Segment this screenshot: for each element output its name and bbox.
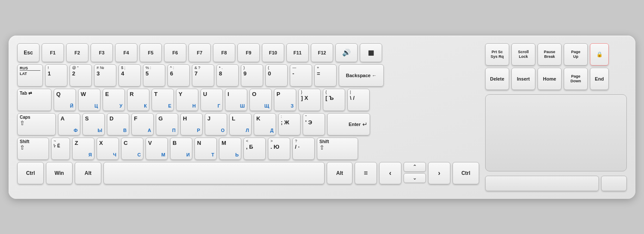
key-w[interactable]: W Ц xyxy=(78,89,100,111)
key-c[interactable]: C С xyxy=(121,138,143,160)
key-1[interactable]: ! 1 xyxy=(45,64,67,87)
key-p[interactable]: P З xyxy=(274,89,296,111)
key-arrow-down[interactable]: ⌄ xyxy=(404,173,426,183)
qwerty-row: Tab ⇄ Q Й W Ц E У R К T Е Y xyxy=(17,89,479,111)
key-f9[interactable]: F9 xyxy=(237,43,260,62)
key-f5[interactable]: F5 xyxy=(140,43,162,62)
key-period[interactable]: > . Ю xyxy=(268,138,290,160)
key-f2[interactable]: F2 xyxy=(66,43,88,62)
touchpad-left-button[interactable] xyxy=(485,176,599,191)
touchpad-right-button[interactable] xyxy=(601,176,627,191)
key-comma[interactable]: < , Б xyxy=(243,138,266,160)
touchpad[interactable] xyxy=(485,94,627,171)
key-8[interactable]: * . 8 xyxy=(216,64,239,87)
key-scroll-lock[interactable]: Scroll Lock xyxy=(511,43,535,66)
key-j[interactable]: J О xyxy=(205,113,227,135)
key-pause[interactable]: Pause Break xyxy=(538,43,562,66)
key-shift-right[interactable]: Shift ⇧ xyxy=(317,138,358,160)
key-shift-left[interactable]: Shift ⇧ xyxy=(17,138,49,160)
key-rbracket[interactable]: { [ Ъ xyxy=(323,89,345,111)
key-r[interactable]: R К xyxy=(127,89,149,111)
key-9[interactable]: ) 9 xyxy=(241,64,263,87)
key-f10[interactable]: F10 xyxy=(262,43,284,62)
key-arrow-left[interactable]: ‹ xyxy=(379,162,401,184)
key-f6[interactable]: F6 xyxy=(164,43,186,62)
key-space[interactable] xyxy=(103,162,325,184)
key-y[interactable]: Y Н xyxy=(176,89,198,111)
key-5[interactable]: % : 5 xyxy=(143,64,165,87)
key-esc[interactable]: Esc xyxy=(17,43,39,62)
key-ctrl-right[interactable]: Ctrl xyxy=(453,162,479,184)
key-f3[interactable]: F3 xyxy=(91,43,113,62)
key-f8[interactable]: F8 xyxy=(213,43,235,62)
key-quote[interactable]: " ' Э xyxy=(303,113,325,135)
key-b[interactable]: B И xyxy=(170,138,192,160)
key-k[interactable]: K Д xyxy=(254,113,276,135)
key-tab[interactable]: Tab ⇄ xyxy=(17,89,52,111)
key-o[interactable]: O Щ xyxy=(249,89,272,111)
key-tilde[interactable]: ~ \· Ё xyxy=(51,138,70,160)
key-ctrl-left[interactable]: Ctrl xyxy=(17,162,44,184)
key-prtsc[interactable]: Prt Sc Sys Rq xyxy=(485,43,509,66)
key-4[interactable]: $ ; 4 xyxy=(118,64,141,87)
key-l[interactable]: L Л xyxy=(229,113,252,135)
key-v[interactable]: V М xyxy=(146,138,168,160)
key-arrow-right[interactable]: › xyxy=(428,162,450,184)
key-f7[interactable]: F7 xyxy=(188,43,211,62)
key-f[interactable]: F А xyxy=(131,113,154,135)
key-s[interactable]: S Ы xyxy=(82,113,105,135)
key-minus[interactable]: — - xyxy=(290,64,312,87)
key-semicolon[interactable]: : ; Ж xyxy=(278,113,301,135)
key-arrow-up[interactable]: ⌃ xyxy=(404,162,426,172)
keyboard: Esc F1 F2 F3 F4 F5 F6 F7 xyxy=(9,36,635,199)
key-insert[interactable]: Insert xyxy=(511,68,535,90)
number-row: RUS LAT ! 1 @ " 2 # № 3 $ ; 4 % : 5 xyxy=(17,64,479,87)
key-f1[interactable]: F1 xyxy=(42,43,64,62)
key-enter[interactable]: Enter ↵ xyxy=(327,113,370,135)
key-x[interactable]: X Ч xyxy=(97,138,119,160)
key-win[interactable]: Win xyxy=(46,162,73,184)
asdf-row: Caps ⇧ A Ф S Ы D В F А G П xyxy=(17,113,479,135)
key-i[interactable]: I Ш xyxy=(225,89,247,111)
key-f12[interactable]: F12 xyxy=(311,43,333,62)
key-f4[interactable]: F4 xyxy=(115,43,137,62)
key-6[interactable]: ^ : 6 xyxy=(167,64,190,87)
key-lbracket[interactable]: } ] Х xyxy=(298,89,321,111)
key-home[interactable]: Home xyxy=(538,68,562,90)
key-backslash[interactable]: | \ / xyxy=(347,89,370,111)
key-rus-lat[interactable]: RUS LAT xyxy=(17,64,43,87)
key-d[interactable]: D В xyxy=(107,113,129,135)
key-n[interactable]: N Т xyxy=(194,138,217,160)
key-lock[interactable]: 🔒 xyxy=(590,43,609,66)
key-z[interactable]: Z Я xyxy=(72,138,94,160)
key-alt-left[interactable]: Alt xyxy=(75,162,101,184)
key-arrow-updown: ⌃ ⌄ xyxy=(404,162,426,184)
key-backspace[interactable]: Backspace ← xyxy=(339,64,384,87)
key-delete[interactable]: Delete xyxy=(485,68,509,90)
key-f11[interactable]: F11 xyxy=(286,43,309,62)
key-menu[interactable]: ≡ xyxy=(355,162,377,184)
zxcv-row: Shift ⇧ ~ \· Ё Z Я X Ч C С V М xyxy=(17,138,479,160)
key-3[interactable]: # № 3 xyxy=(94,64,116,87)
key-wifi[interactable]: ▦ xyxy=(360,43,382,62)
key-u[interactable]: U Г xyxy=(200,89,223,111)
key-h[interactable]: H Р xyxy=(180,113,203,135)
key-e[interactable]: E У xyxy=(103,89,125,111)
key-a[interactable]: A Ф xyxy=(58,113,80,135)
key-audio[interactable]: 🔊 xyxy=(335,43,358,62)
key-page-up[interactable]: Page Up xyxy=(564,43,588,66)
key-q[interactable]: Q Й xyxy=(54,89,76,111)
key-m[interactable]: M Ь xyxy=(219,138,241,160)
function-row: Esc F1 F2 F3 F4 F5 F6 F7 xyxy=(17,43,479,62)
key-0[interactable]: ( 0 xyxy=(265,64,288,87)
key-g[interactable]: G П xyxy=(156,113,178,135)
key-2[interactable]: @ " 2 xyxy=(70,64,92,87)
key-t[interactable]: T Е xyxy=(152,89,174,111)
key-caps[interactable]: Caps ⇧ xyxy=(17,113,56,135)
key-slash[interactable]: ? / · xyxy=(292,138,315,160)
key-page-down[interactable]: Page Down xyxy=(564,68,588,90)
key-alt-right[interactable]: Alt xyxy=(327,162,352,184)
key-end[interactable]: End xyxy=(590,68,609,90)
key-7[interactable]: & ? 7 xyxy=(192,64,214,87)
key-equals[interactable]: + = xyxy=(314,64,337,87)
